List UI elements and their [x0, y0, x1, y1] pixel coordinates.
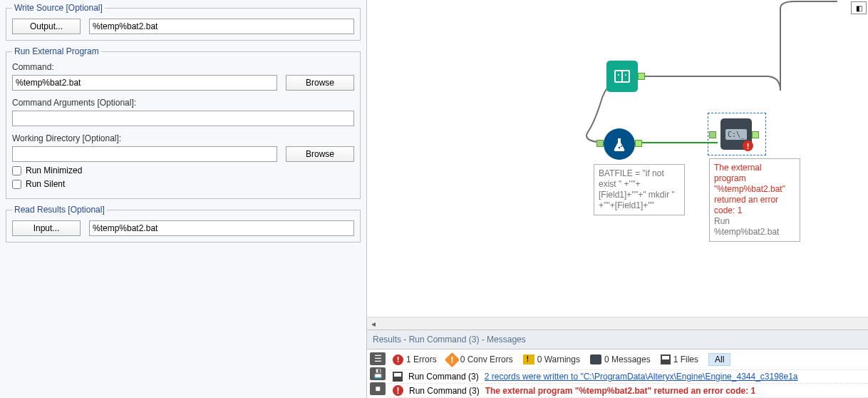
svg-rect-1 [616, 71, 621, 81]
command-input[interactable] [12, 75, 277, 91]
disk-icon [661, 354, 671, 364]
message-error-text: The external program "%temp%bat2.bat" re… [485, 386, 755, 396]
cmd-sub-text: Run %temp%bat2.bat [714, 216, 795, 238]
svg-rect-2 [623, 71, 629, 81]
wd-browse-button[interactable]: Browse [286, 146, 354, 162]
cmd-icon: C:\_ [725, 129, 747, 140]
run-external-group: Run External Program Command: Browse Com… [6, 46, 361, 199]
error-icon: ! [393, 385, 403, 396]
stop-icon[interactable]: ■ [370, 382, 386, 395]
directory-tool-node[interactable] [606, 61, 638, 92]
errors-pill[interactable]: !1 Errors [393, 354, 437, 365]
anchor-out[interactable] [752, 131, 759, 138]
anchor-out[interactable] [635, 140, 642, 147]
book-icon [613, 68, 631, 84]
run-minimized-checkbox[interactable] [12, 166, 21, 175]
write-source-legend: Write Source [Optional] [12, 3, 105, 13]
all-filter-button[interactable]: All [708, 353, 730, 366]
run-external-legend: Run External Program [12, 46, 101, 56]
command-browse-button[interactable]: Browse [286, 75, 354, 91]
message-link[interactable]: 2 records were written to "C:\ProgramDat… [485, 372, 798, 382]
save-log-icon[interactable]: 💾 [370, 367, 386, 380]
formula-annotation-text: BATFILE = "if not exist " +'"'+[Field1]+… [599, 168, 675, 210]
files-pill[interactable]: 1 Files [661, 354, 698, 364]
read-results-path[interactable] [89, 220, 354, 236]
canvas-h-scrollbar[interactable]: ◂ [367, 317, 868, 330]
run-minimized-label: Run Minimized [26, 165, 82, 175]
anchor-out[interactable] [638, 73, 645, 80]
message-source: Run Command (3) [408, 372, 479, 382]
run-silent-label: Run Silent [26, 179, 65, 189]
input-button[interactable]: Input... [12, 220, 81, 236]
command-label: Command: [12, 62, 354, 72]
formula-tool-node[interactable] [604, 128, 635, 160]
cmd-annotation: The external program "%temp%bat2.bat" re… [709, 158, 800, 242]
run-silent-checkbox[interactable] [12, 180, 21, 189]
messages-pill[interactable]: 0 Messages [590, 354, 651, 364]
warnings-pill[interactable]: !0 Warnings [523, 354, 580, 364]
svg-point-5 [619, 147, 621, 149]
message-row[interactable]: Run Command (3) 2 records were written t… [388, 370, 868, 384]
results-side-icons: ☰ 💾 ■ [367, 349, 388, 398]
workflow-canvas[interactable]: ◧ C:\_ ! BATFILE = "if not exist " +'"'+… [367, 0, 868, 317]
results-body: ☰ 💾 ■ !1 Errors !0 Conv Errors !0 Warnin… [367, 349, 868, 398]
scroll-left-icon[interactable]: ◂ [367, 317, 380, 330]
output-button[interactable]: Output... [12, 19, 81, 34]
disk-icon [393, 372, 403, 382]
right-panel: ◧ C:\_ ! BATFILE = "if not exist " +'"'+… [367, 0, 868, 398]
svg-point-4 [625, 74, 626, 76]
list-view-icon[interactable]: ☰ [370, 352, 386, 365]
run-command-tool-node[interactable]: C:\_ ! [720, 118, 752, 150]
results-filter-bar: !1 Errors !0 Conv Errors !0 Warnings 0 M… [388, 349, 868, 370]
cmd-error-text: The external program "%temp%bat2.bat" re… [714, 163, 795, 216]
docking-handle-icon[interactable]: ◧ [851, 1, 867, 14]
message-source: Run Command (3) [409, 386, 480, 396]
message-row[interactable]: ! Run Command (3) The external program "… [388, 384, 868, 398]
args-input[interactable] [12, 111, 354, 126]
formula-annotation: BATFILE = "if not exist " +'"'+[Field1]+… [594, 164, 685, 215]
anchor-in[interactable] [709, 131, 716, 138]
read-results-legend: Read Results [Optional] [12, 205, 107, 215]
error-badge-icon: ! [743, 141, 753, 151]
flask-icon [611, 136, 627, 152]
wd-label: Working Directory [Optional]: [12, 133, 354, 143]
svg-point-3 [618, 74, 619, 76]
svg-point-6 [621, 146, 622, 147]
write-source-group: Write Source [Optional] Output... [6, 3, 361, 41]
results-header: Results - Run Command (3) - Messages [367, 330, 868, 349]
read-results-group: Read Results [Optional] Input... [6, 205, 361, 243]
config-panel: Write Source [Optional] Output... Run Ex… [0, 0, 367, 398]
run-minimized-check[interactable]: Run Minimized [12, 165, 354, 175]
run-silent-check[interactable]: Run Silent [12, 179, 354, 189]
args-label: Command Arguments [Optional]: [12, 98, 354, 108]
anchor-in[interactable] [596, 140, 604, 147]
conv-errors-pill[interactable]: !0 Conv Errors [447, 354, 513, 365]
wd-input[interactable] [12, 146, 277, 162]
write-source-path[interactable] [89, 19, 354, 34]
